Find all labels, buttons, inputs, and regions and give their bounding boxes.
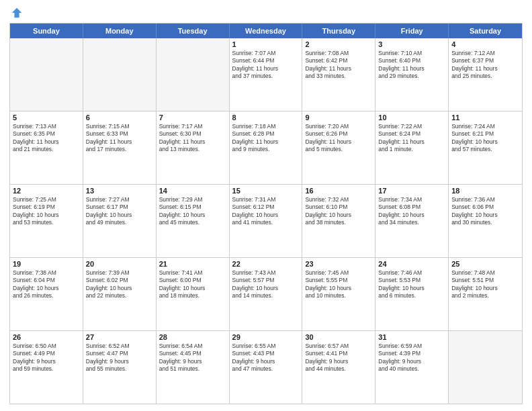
weekday-header-wednesday: Wednesday <box>230 24 303 38</box>
calendar-cell-15: 15Sunrise: 7:31 AM Sunset: 6:12 PM Dayli… <box>230 185 303 257</box>
logo-icon <box>11 7 23 19</box>
calendar-cell-7: 7Sunrise: 7:17 AM Sunset: 6:30 PM Daylig… <box>157 111 230 184</box>
day-number: 16 <box>305 187 372 195</box>
calendar-cell-12: 12Sunrise: 7:25 AM Sunset: 6:19 PM Dayli… <box>10 185 83 257</box>
calendar-cell-31: 31Sunrise: 6:59 AM Sunset: 4:39 PM Dayli… <box>375 331 449 404</box>
calendar-cell-25: 25Sunrise: 7:48 AM Sunset: 5:51 PM Dayli… <box>449 258 522 330</box>
calendar-cell-26: 26Sunrise: 6:50 AM Sunset: 4:49 PM Dayli… <box>10 331 83 404</box>
day-info: Sunrise: 6:54 AM Sunset: 4:45 PM Dayligh… <box>159 342 226 373</box>
day-number: 1 <box>232 40 300 48</box>
day-info: Sunrise: 7:39 AM Sunset: 6:02 PM Dayligh… <box>86 269 153 300</box>
day-info: Sunrise: 7:31 AM Sunset: 6:12 PM Dayligh… <box>232 196 300 227</box>
day-number: 6 <box>86 113 153 122</box>
day-number: 30 <box>305 333 372 341</box>
day-number: 9 <box>305 113 372 122</box>
day-number: 18 <box>451 187 519 195</box>
calendar-row-0: 1Sunrise: 7:07 AM Sunset: 6:44 PM Daylig… <box>10 38 522 111</box>
calendar-header: SundayMondayTuesdayWednesdayThursdayFrid… <box>10 24 522 38</box>
weekday-header-friday: Friday <box>375 24 449 38</box>
calendar-cell-24: 24Sunrise: 7:46 AM Sunset: 5:53 PM Dayli… <box>375 258 449 330</box>
weekday-header-thursday: Thursday <box>302 24 375 38</box>
calendar-row-3: 19Sunrise: 7:38 AM Sunset: 6:04 PM Dayli… <box>10 258 522 331</box>
calendar-cell-23: 23Sunrise: 7:45 AM Sunset: 5:55 PM Dayli… <box>302 258 375 330</box>
calendar-cell-10: 10Sunrise: 7:22 AM Sunset: 6:24 PM Dayli… <box>375 111 449 184</box>
day-number: 22 <box>232 260 300 268</box>
day-number: 25 <box>451 260 519 268</box>
calendar-cell-empty-0 <box>10 38 83 111</box>
day-info: Sunrise: 7:15 AM Sunset: 6:33 PM Dayligh… <box>86 123 153 154</box>
day-info: Sunrise: 7:13 AM Sunset: 6:35 PM Dayligh… <box>13 123 80 154</box>
day-info: Sunrise: 6:59 AM Sunset: 4:39 PM Dayligh… <box>378 342 445 373</box>
day-number: 31 <box>378 333 445 341</box>
calendar-row-4: 26Sunrise: 6:50 AM Sunset: 4:49 PM Dayli… <box>10 331 522 404</box>
svg-marker-0 <box>12 8 21 17</box>
calendar-cell-19: 19Sunrise: 7:38 AM Sunset: 6:04 PM Dayli… <box>10 258 83 330</box>
day-number: 11 <box>451 113 519 122</box>
day-number: 4 <box>451 40 519 48</box>
weekday-header-monday: Monday <box>83 24 157 38</box>
day-info: Sunrise: 7:45 AM Sunset: 5:55 PM Dayligh… <box>305 269 372 300</box>
day-info: Sunrise: 7:10 AM Sunset: 6:40 PM Dayligh… <box>378 50 445 81</box>
day-info: Sunrise: 7:27 AM Sunset: 6:17 PM Dayligh… <box>86 196 153 227</box>
day-info: Sunrise: 6:50 AM Sunset: 4:49 PM Dayligh… <box>13 342 80 373</box>
day-info: Sunrise: 7:36 AM Sunset: 6:06 PM Dayligh… <box>451 196 519 227</box>
day-info: Sunrise: 6:52 AM Sunset: 4:47 PM Dayligh… <box>86 342 153 373</box>
day-number: 3 <box>378 40 445 48</box>
calendar-row-1: 5Sunrise: 7:13 AM Sunset: 6:35 PM Daylig… <box>10 111 522 185</box>
calendar-cell-28: 28Sunrise: 6:54 AM Sunset: 4:45 PM Dayli… <box>157 331 230 404</box>
calendar-cell-1: 1Sunrise: 7:07 AM Sunset: 6:44 PM Daylig… <box>230 38 303 111</box>
day-number: 7 <box>159 113 226 122</box>
day-number: 26 <box>13 333 80 341</box>
calendar-cell-9: 9Sunrise: 7:20 AM Sunset: 6:26 PM Daylig… <box>302 111 375 184</box>
page: SundayMondayTuesdayWednesdayThursdayFrid… <box>0 0 532 411</box>
day-info: Sunrise: 7:08 AM Sunset: 6:42 PM Dayligh… <box>305 50 372 81</box>
day-info: Sunrise: 7:41 AM Sunset: 6:00 PM Dayligh… <box>159 269 226 300</box>
day-info: Sunrise: 7:43 AM Sunset: 5:57 PM Dayligh… <box>232 269 300 300</box>
day-number: 5 <box>13 113 80 122</box>
day-info: Sunrise: 7:32 AM Sunset: 6:10 PM Dayligh… <box>305 196 372 227</box>
calendar-body: 1Sunrise: 7:07 AM Sunset: 6:44 PM Daylig… <box>10 38 522 404</box>
day-number: 10 <box>378 113 445 122</box>
day-number: 12 <box>13 187 80 195</box>
calendar-cell-30: 30Sunrise: 6:57 AM Sunset: 4:41 PM Dayli… <box>302 331 375 404</box>
day-info: Sunrise: 7:48 AM Sunset: 5:51 PM Dayligh… <box>451 269 519 300</box>
calendar-cell-13: 13Sunrise: 7:27 AM Sunset: 6:17 PM Dayli… <box>83 185 157 257</box>
day-number: 2 <box>305 40 372 48</box>
day-number: 14 <box>159 187 226 195</box>
day-info: Sunrise: 7:38 AM Sunset: 6:04 PM Dayligh… <box>13 269 80 300</box>
calendar-cell-4: 4Sunrise: 7:12 AM Sunset: 6:37 PM Daylig… <box>449 38 522 111</box>
calendar-cell-3: 3Sunrise: 7:10 AM Sunset: 6:40 PM Daylig… <box>375 38 449 111</box>
calendar-cell-empty-6 <box>449 331 522 404</box>
logo <box>9 7 23 19</box>
calendar-cell-16: 16Sunrise: 7:32 AM Sunset: 6:10 PM Dayli… <box>302 185 375 257</box>
calendar-cell-5: 5Sunrise: 7:13 AM Sunset: 6:35 PM Daylig… <box>10 111 83 184</box>
day-info: Sunrise: 7:12 AM Sunset: 6:37 PM Dayligh… <box>451 50 519 81</box>
weekday-header-sunday: Sunday <box>10 24 83 38</box>
calendar-cell-18: 18Sunrise: 7:36 AM Sunset: 6:06 PM Dayli… <box>449 185 522 257</box>
day-number: 24 <box>378 260 445 268</box>
day-info: Sunrise: 7:20 AM Sunset: 6:26 PM Dayligh… <box>305 123 372 154</box>
day-number: 19 <box>13 260 80 268</box>
calendar-cell-2: 2Sunrise: 7:08 AM Sunset: 6:42 PM Daylig… <box>302 38 375 111</box>
day-number: 29 <box>232 333 300 341</box>
day-number: 28 <box>159 333 226 341</box>
day-info: Sunrise: 6:57 AM Sunset: 4:41 PM Dayligh… <box>305 342 372 373</box>
day-info: Sunrise: 7:18 AM Sunset: 6:28 PM Dayligh… <box>232 123 300 154</box>
day-info: Sunrise: 7:46 AM Sunset: 5:53 PM Dayligh… <box>378 269 445 300</box>
day-info: Sunrise: 7:24 AM Sunset: 6:21 PM Dayligh… <box>451 123 519 154</box>
calendar: SundayMondayTuesdayWednesdayThursdayFrid… <box>9 23 523 404</box>
weekday-header-saturday: Saturday <box>449 24 522 38</box>
day-number: 13 <box>86 187 153 195</box>
calendar-cell-22: 22Sunrise: 7:43 AM Sunset: 5:57 PM Dayli… <box>230 258 303 330</box>
calendar-cell-6: 6Sunrise: 7:15 AM Sunset: 6:33 PM Daylig… <box>83 111 157 184</box>
day-info: Sunrise: 7:22 AM Sunset: 6:24 PM Dayligh… <box>378 123 445 154</box>
day-info: Sunrise: 7:29 AM Sunset: 6:15 PM Dayligh… <box>159 196 226 227</box>
day-number: 17 <box>378 187 445 195</box>
day-info: Sunrise: 7:17 AM Sunset: 6:30 PM Dayligh… <box>159 123 226 154</box>
day-number: 23 <box>305 260 372 268</box>
day-info: Sunrise: 7:34 AM Sunset: 6:08 PM Dayligh… <box>378 196 445 227</box>
day-info: Sunrise: 7:07 AM Sunset: 6:44 PM Dayligh… <box>232 50 300 81</box>
day-number: 27 <box>86 333 153 341</box>
calendar-cell-29: 29Sunrise: 6:55 AM Sunset: 4:43 PM Dayli… <box>230 331 303 404</box>
day-number: 8 <box>232 113 300 122</box>
